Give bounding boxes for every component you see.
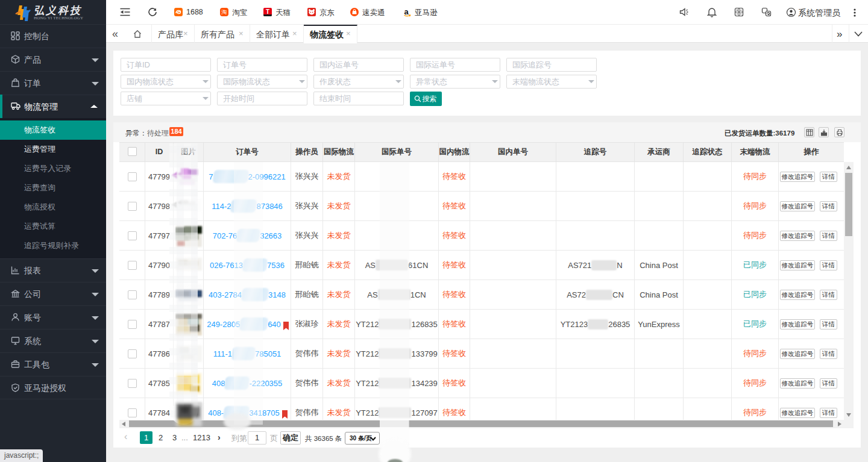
svg-text:a: a [404,8,409,16]
